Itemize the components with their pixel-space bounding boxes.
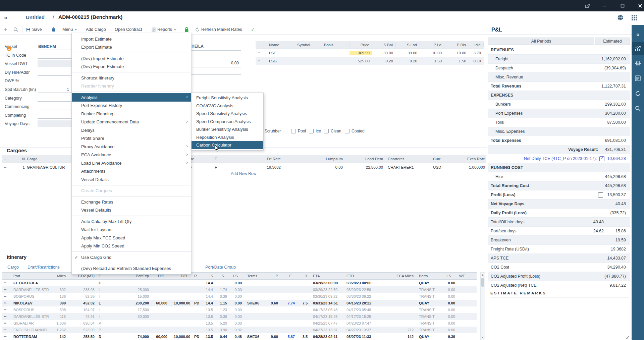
pnl-checkbox[interactable]: [599, 156, 604, 161]
itinerary-row[interactable]: •••GIBRALTAR1,686698.84P13.55.200.0004/2…: [2, 320, 477, 327]
menu-item-vessel-defaults[interactable]: Vessel Defaults: [72, 206, 191, 215]
menu-item-wait-for-laycan[interactable]: Wait for Laycan: [72, 226, 191, 234]
popout-icon[interactable]: [584, 3, 590, 9]
gear-icon[interactable]: [632, 58, 644, 68]
menu-item-exchange-rates[interactable]: Exchange Rates: [72, 198, 191, 206]
pnl-row-misc-expenses: Misc. Expenses: [488, 127, 630, 136]
menu-item-speed-sensitivity-analysis[interactable]: Speed Sensitivity Analysis: [192, 110, 263, 118]
clean-checkbox[interactable]: Clean: [324, 129, 341, 133]
menu-item-update-commencement-data[interactable]: Update Commencement Data›: [72, 118, 191, 126]
expand-panel-icon[interactable]: »: [4, 14, 7, 21]
menu-item-import-estimate[interactable]: Import Estimate: [72, 35, 191, 43]
save-button[interactable]: Save: [26, 25, 42, 34]
add-button[interactable]: +: [4, 25, 7, 34]
menu-item-analysis[interactable]: Analysis›: [72, 93, 191, 102]
coated-checkbox[interactable]: Coated: [345, 129, 365, 133]
validation-check-icon: ✓: [251, 25, 255, 34]
tab-cargo[interactable]: Cargo: [7, 265, 19, 270]
row-actions-icon[interactable]: •••: [2, 328, 11, 332]
itinerary-row[interactable]: •••BOSPORUS13652.85I15,00014.40.390.0003…: [2, 293, 477, 300]
scroll-up-icon[interactable]: ▲: [481, 273, 485, 276]
menu-item-piracy-avoidance[interactable]: Piracy Avoidance›: [72, 143, 191, 151]
tab-port-date-group[interactable]: Port/Date Group: [205, 265, 236, 270]
ice-checkbox[interactable]: Ice: [309, 129, 321, 133]
amount-field[interactable]: 0.00: [202, 61, 239, 65]
row-actions-icon[interactable]: •••: [2, 308, 11, 311]
menu-item-speed-comparison-analysis[interactable]: Speed Comparison Analysis: [192, 118, 263, 126]
refresh-circle-icon[interactable]: [632, 89, 644, 99]
pnl-tab-all-periods[interactable]: All Periods: [488, 38, 594, 45]
scroll-down-icon[interactable]: ▼: [481, 336, 485, 339]
refresh-market-rates-button[interactable]: Refresh Market Rates: [195, 25, 242, 34]
menu-item-dev-export-estimate[interactable]: (Dev) Export Estimate: [72, 63, 191, 71]
bunker-row[interactable]: •••LSF369.9939.0039.0010.0010.003.70: [256, 49, 484, 57]
pnl-checkbox[interactable]: [598, 192, 603, 197]
menu-item-load-line-avoidance[interactable]: Load Line Avoidance›: [72, 159, 191, 167]
row-actions-icon[interactable]: •••: [256, 59, 267, 63]
itinerary-row[interactable]: •••DARDANELLES STRAI602233.93I25,00014.4…: [2, 286, 477, 293]
menu-item-attachments[interactable]: Attachments: [72, 167, 191, 176]
search-icon[interactable]: [13, 25, 18, 34]
menu-item-dev-import-estimate[interactable]: (Dev) Import Estimate: [72, 54, 191, 63]
minimize-icon[interactable]: [601, 3, 607, 9]
menu-item-eca-avoidance[interactable]: ECA Avoidance›: [72, 151, 191, 159]
row-actions-icon[interactable]: •••: [2, 315, 11, 318]
itinerary-row[interactable]: •••EL DEKHEILAC14.40.0003/28/23 00:0003/…: [2, 280, 477, 286]
estimate-remarks-title: ESTIMATE REMARKS: [490, 291, 546, 295]
menu-item-bunker-planning[interactable]: Bunker Planning: [72, 110, 191, 118]
itinerary-row[interactable]: •••ENGLISH CHANNEL1,262523.09P13.53.900.…: [2, 327, 477, 333]
row-actions-icon[interactable]: •••: [2, 281, 11, 285]
pnl-row-port-sea-days: Port/sea days24.6215.86: [488, 227, 630, 236]
estimate-remarks-input[interactable]: [490, 297, 629, 339]
menu-item-dev-reload-and-refresh-standard-expenses[interactable]: (Dev) Reload and Refresh Standard Expens…: [72, 265, 191, 273]
chart-icon[interactable]: [632, 44, 644, 54]
row-actions-icon[interactable]: •••: [256, 51, 267, 55]
itinerary-row[interactable]: •••BOSPORUS398164.97I17,50013.51.230.000…: [2, 306, 477, 313]
menu-item-vessel-details[interactable]: Vessel Details: [72, 175, 191, 184]
menu-item-export-estimate[interactable]: Export Estimate: [72, 43, 191, 52]
itinerary-row[interactable]: •••NIKOLAEV399452.02L230,20060,00010,000…: [2, 300, 477, 306]
row-actions-icon[interactable]: •••: [2, 288, 11, 291]
menu-item-coa-cvc-analysis[interactable]: COA/CVC Analysis: [192, 102, 263, 110]
menu-item-use-cargo-grid[interactable]: ✓Use Cargo Grid: [72, 253, 191, 262]
pnl-value: 445,296.68: [605, 183, 626, 188]
menu-item-delays[interactable]: Delays: [72, 126, 191, 134]
details-form-icon[interactable]: [632, 73, 644, 83]
menu-item-apply-min-co2-speed[interactable]: Apply Min CO2 Speed: [72, 242, 191, 250]
tab-draft-restrictions[interactable]: Draft/Restrictions: [28, 265, 60, 270]
menu-item-shortest-itinerary[interactable]: Shortest Itinerary: [72, 74, 191, 82]
breadcrumb-worksheet[interactable]: Untitled: [26, 14, 45, 20]
bunker-row[interactable]: •••LSG525.000.200.201.501.500.10: [256, 57, 484, 65]
pnl-tab-estimated[interactable]: Estimated: [595, 38, 630, 45]
row-actions-icon[interactable]: •••: [2, 322, 11, 325]
close-icon[interactable]: [637, 3, 643, 9]
pnl-row-despatch: Despatch(39,304.69): [488, 64, 630, 73]
search-sidebar-icon[interactable]: [632, 103, 644, 113]
menu-item-profit-share[interactable]: Profit Share: [72, 134, 191, 143]
row-actions-icon[interactable]: •••: [2, 301, 11, 305]
row-actions-icon[interactable]: •••: [2, 166, 12, 169]
itinerary-scrollbar[interactable]: ▲ ▼: [480, 272, 485, 340]
delete-icon[interactable]: [52, 25, 56, 34]
itinerary-row[interactable]: •••ROTTERDAM142258.50D74,00060,00010,000…: [2, 333, 477, 340]
pnl-value: (335.72): [610, 211, 626, 215]
field-label: TC In Code: [5, 53, 26, 58]
menu-separator: [72, 251, 191, 252]
globe-icon[interactable]: [617, 14, 624, 22]
maximize-icon[interactable]: [620, 3, 626, 9]
menu-item-auto-calc-by-max-lift-qty[interactable]: Auto Calc. by Max Lift Qty: [72, 217, 191, 226]
menu-item-freight-sensitivity-analysis[interactable]: Freight Sensitivity Analysis: [192, 94, 263, 102]
menu-item-port-expense-history[interactable]: Port Expense History: [72, 102, 191, 110]
grid-view-icon[interactable]: [631, 14, 638, 22]
menu-item-reposition-analysis[interactable]: Reposition Analysis: [192, 133, 263, 141]
menu-item-apply-max-tce-speed[interactable]: Apply Max TCE Speed: [72, 234, 191, 242]
row-actions-icon[interactable]: •••: [2, 335, 11, 338]
add-new-row-link[interactable]: Add New Row: [231, 171, 256, 176]
itinerary-row[interactable]: •••DARDANELLES STRAI11848.91I30,00013.50…: [2, 313, 477, 320]
menu-item-bunker-sensitivity-analysis[interactable]: Bunker Sensitivity Analysis: [192, 125, 263, 133]
scrollbar-thumb[interactable]: [481, 278, 484, 287]
row-actions-icon[interactable]: •••: [2, 295, 11, 298]
menu-item-carbon-calculator[interactable]: Carbon Calculator: [192, 141, 263, 149]
collapse-sidebar-icon[interactable]: «: [632, 30, 644, 40]
pool-checkbox[interactable]: Pool: [291, 129, 306, 133]
